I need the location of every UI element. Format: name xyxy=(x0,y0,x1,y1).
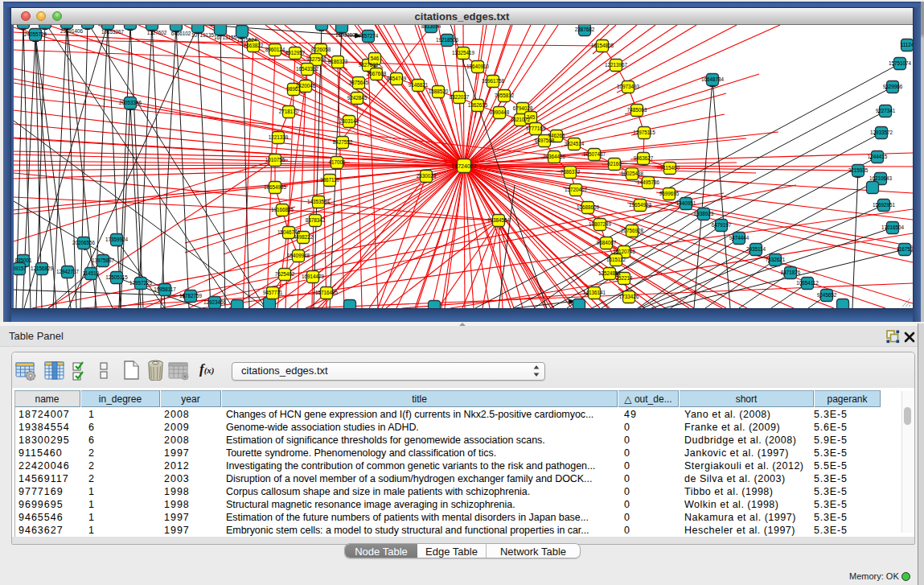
svg-text:19654923: 19654923 xyxy=(629,202,652,208)
svg-text:835001: 835001 xyxy=(14,257,32,263)
svg-text:1010755: 1010755 xyxy=(265,157,285,163)
svg-text:11124: 11124 xyxy=(901,42,913,47)
svg-text:2718170: 2718170 xyxy=(279,109,299,114)
svg-text:114519: 114519 xyxy=(83,270,100,276)
svg-text:2387682: 2387682 xyxy=(575,27,595,32)
svg-text:16543382: 16543382 xyxy=(296,66,319,72)
svg-text:7857274: 7857274 xyxy=(359,33,379,39)
svg-text:7955812: 7955812 xyxy=(495,93,515,98)
svg-text:1327602: 1327602 xyxy=(147,30,167,35)
svg-text:16033809: 16033809 xyxy=(335,32,359,38)
svg-text:8226058: 8226058 xyxy=(311,47,331,52)
svg-text:14353594: 14353594 xyxy=(307,199,331,204)
svg-text:7515524: 7515524 xyxy=(237,37,257,43)
svg-text:92160: 92160 xyxy=(607,161,622,167)
svg-text:7386372: 7386372 xyxy=(561,169,581,175)
svg-text:7625402: 7625402 xyxy=(275,271,295,277)
svg-text:16713155: 16713155 xyxy=(214,35,237,40)
svg-text:3875645: 3875645 xyxy=(349,80,369,85)
svg-text:9327502: 9327502 xyxy=(359,62,379,68)
svg-text:10654112: 10654112 xyxy=(796,280,819,286)
svg-text:9474444: 9474444 xyxy=(729,235,749,241)
svg-text:546: 546 xyxy=(371,56,380,61)
svg-text:16154808: 16154808 xyxy=(591,43,614,48)
svg-text:12156829: 12156829 xyxy=(31,266,54,271)
svg-text:16961758: 16961758 xyxy=(482,78,505,84)
svg-text:14136141: 14136141 xyxy=(583,290,606,295)
svg-text:20206556: 20206556 xyxy=(72,240,96,245)
svg-text:98961: 98961 xyxy=(286,86,301,92)
svg-text:15716485: 15716485 xyxy=(315,290,339,295)
svg-text:1440951: 1440951 xyxy=(676,200,696,206)
svg-text:10688609: 10688609 xyxy=(577,204,600,210)
svg-text:9227341: 9227341 xyxy=(876,108,896,113)
svg-text:3215935: 3215935 xyxy=(848,167,869,173)
svg-text:2803144: 2803144 xyxy=(339,118,359,124)
svg-text:10719135: 10719135 xyxy=(191,32,215,38)
svg-text:9245652: 9245652 xyxy=(817,292,837,298)
svg-text:9329966: 9329966 xyxy=(883,84,903,89)
svg-text:14495786: 14495786 xyxy=(637,179,660,185)
svg-text:10973493: 10973493 xyxy=(617,84,640,89)
svg-text:9146821: 9146821 xyxy=(409,82,429,88)
svg-text:1733426: 1733426 xyxy=(619,294,639,299)
svg-text:3824514: 3824514 xyxy=(565,141,585,146)
svg-text:16210643: 16210643 xyxy=(869,175,893,181)
svg-text:417006: 417006 xyxy=(328,159,346,165)
svg-text:4498222: 4498222 xyxy=(294,234,314,240)
svg-text:10025438: 10025438 xyxy=(621,171,644,176)
svg-text:3867110: 3867110 xyxy=(320,177,340,183)
svg-text:8813054: 8813054 xyxy=(421,25,441,29)
svg-text:15409948: 15409948 xyxy=(287,253,310,258)
svg-text:1588520: 1588520 xyxy=(429,89,449,94)
svg-text:19218506: 19218506 xyxy=(436,37,459,43)
svg-text:1221339: 1221339 xyxy=(269,134,289,140)
svg-text:8990448: 8990448 xyxy=(490,109,510,115)
svg-text:9463627: 9463627 xyxy=(634,155,654,161)
svg-text:15751074: 15751074 xyxy=(889,60,912,66)
svg-text:116753: 116753 xyxy=(897,246,913,252)
svg-text:1362615: 1362615 xyxy=(468,102,488,108)
svg-text:8427552: 8427552 xyxy=(333,139,353,145)
svg-text:6497568: 6497568 xyxy=(535,138,555,143)
svg-text:13975887: 13975887 xyxy=(92,257,115,263)
svg-text:9457771: 9457771 xyxy=(263,290,283,295)
svg-text:8454749: 8454749 xyxy=(387,76,407,81)
svg-text:18640910: 18640910 xyxy=(466,64,490,69)
svg-text:6479197: 6479197 xyxy=(712,222,732,228)
svg-text:1244415: 1244415 xyxy=(868,154,888,159)
svg-text:12923466: 12923466 xyxy=(203,299,227,305)
svg-text:8960124: 8960124 xyxy=(265,47,285,52)
svg-text:9242845: 9242845 xyxy=(347,95,368,101)
svg-text:17957225: 17957225 xyxy=(129,280,153,286)
svg-text:8938923: 8938923 xyxy=(694,211,714,216)
svg-text:10653267: 10653267 xyxy=(101,29,125,35)
svg-text:7485063: 7485063 xyxy=(627,107,647,113)
svg-text:2830023: 2830023 xyxy=(417,173,437,179)
svg-text:12942737: 12942737 xyxy=(56,269,80,274)
svg-text:13325419: 13325419 xyxy=(452,50,475,56)
svg-text:7663822: 7663822 xyxy=(244,43,264,48)
svg-text:10507487: 10507487 xyxy=(583,151,606,157)
svg-text:16120746: 16120746 xyxy=(613,249,636,254)
svg-text:18654985: 18654985 xyxy=(264,184,287,190)
svg-text:16914479: 16914479 xyxy=(302,274,325,279)
svg-text:6466102: 6466102 xyxy=(171,31,191,36)
svg-text:1615112: 1615112 xyxy=(606,257,626,262)
svg-text:17016504: 17016504 xyxy=(881,225,905,230)
svg-text:12975115: 12975115 xyxy=(633,130,655,135)
svg-text:8378342: 8378342 xyxy=(306,217,326,223)
svg-text:20364436: 20364436 xyxy=(543,154,566,159)
svg-text:18724007: 18724007 xyxy=(451,163,476,169)
svg-text:252214: 252214 xyxy=(615,275,633,281)
svg-text:23691406: 23691406 xyxy=(60,28,84,34)
svg-text:7632621: 7632621 xyxy=(766,257,786,262)
svg-text:16782759: 16782759 xyxy=(179,293,203,299)
svg-text:245: 245 xyxy=(527,114,536,120)
svg-text:2935114: 2935114 xyxy=(746,246,766,252)
svg-text:9699695: 9699695 xyxy=(659,191,680,196)
svg-text:17359924: 17359924 xyxy=(105,237,129,242)
svg-text:19958117: 19958117 xyxy=(154,286,176,292)
svg-text:24055724: 24055724 xyxy=(24,31,47,37)
svg-text:9115460: 9115460 xyxy=(660,165,680,171)
